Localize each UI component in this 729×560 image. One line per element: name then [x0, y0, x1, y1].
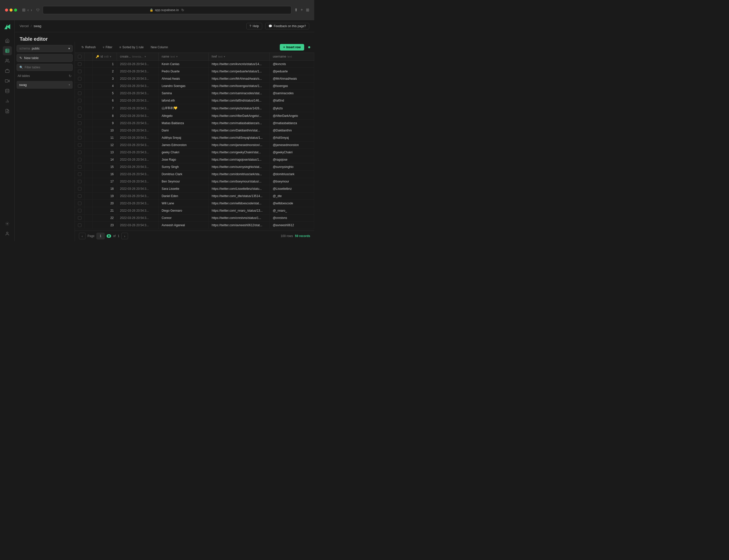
row-checkbox[interactable]	[78, 107, 81, 110]
row-checkbox[interactable]	[78, 99, 81, 102]
sidebar-item-account[interactable]	[3, 229, 12, 238]
row-checkbox[interactable]	[78, 209, 81, 212]
row-checkbox[interactable]	[78, 158, 81, 161]
close-button[interactable]	[5, 9, 8, 12]
app-logo[interactable]	[3, 23, 11, 31]
browser-actions: ⬆ + ⊞	[294, 8, 309, 12]
sort-button[interactable]: ≡ Sorted by 1 rule	[117, 44, 146, 50]
row-checkbox[interactable]	[78, 77, 81, 80]
sidebar-item-storage[interactable]	[3, 66, 12, 75]
back-btn[interactable]: ‹	[27, 8, 29, 12]
row-checkbox[interactable]	[78, 216, 81, 220]
row-checkbox[interactable]	[78, 91, 81, 95]
row-checkbox[interactable]	[78, 121, 81, 125]
col-header-created-at[interactable]: create... timesta... ▾	[117, 53, 159, 61]
row-checkbox[interactable]	[78, 114, 81, 118]
row-checkbox-cell	[75, 178, 85, 185]
col-header-href[interactable]: href text ▾	[208, 53, 269, 61]
prev-page-button[interactable]: ‹	[79, 233, 85, 239]
table-row: 2 2022-03-26 20:54:3... Pedro Duarte htt…	[75, 68, 314, 75]
page-number-input[interactable]	[97, 233, 105, 239]
breadcrumb-project[interactable]: Vercel	[20, 24, 29, 28]
row-checkbox[interactable]	[78, 129, 81, 132]
row-checkbox-cell	[75, 193, 85, 200]
row-created-at: 2022-03-26 20:54:3...	[117, 127, 159, 134]
minimize-button[interactable]	[10, 9, 13, 12]
row-created-at: 2022-03-26 20:54:3...	[117, 207, 159, 214]
row-checkbox[interactable]	[78, 187, 81, 191]
help-button[interactable]: ? Help	[246, 23, 262, 29]
row-created-at: 2022-03-26 20:54:3...	[117, 134, 159, 142]
sidebar-item-database[interactable]	[3, 86, 12, 96]
filter-button[interactable]: ▿ Filter	[100, 44, 115, 50]
sidebar-item-logs[interactable]	[3, 107, 12, 116]
row-checkbox[interactable]	[78, 143, 81, 147]
top-bar: Vercel / swag ? Help 💬 Feedback on this …	[15, 20, 314, 32]
new-tab-icon[interactable]: +	[301, 8, 303, 12]
sidebar-item-functions[interactable]	[3, 76, 12, 85]
row-name: Pedro Duarte	[159, 68, 209, 75]
sidebar-item-auth[interactable]	[3, 56, 12, 65]
sidebar-item-table-editor[interactable]	[3, 46, 12, 55]
row-checkbox-cell	[75, 222, 85, 229]
row-name: Ben Seymour	[159, 178, 209, 185]
filter-tables-container: 🔍	[17, 64, 73, 71]
schema-label: schema	[19, 47, 30, 50]
refresh-button[interactable]: ↻ Refresh	[79, 44, 98, 50]
row-checkbox[interactable]	[78, 84, 81, 88]
table-item-swag[interactable]: swag ▾	[17, 81, 73, 89]
sidebar-item-settings[interactable]	[3, 219, 12, 228]
row-href: https://twitter.com/_dte/status/13514...	[208, 193, 269, 200]
insert-row-button[interactable]: + Insert row	[280, 44, 304, 51]
next-page-button[interactable]: ›	[121, 233, 128, 239]
traffic-lights	[5, 9, 17, 12]
row-checkbox[interactable]	[78, 70, 81, 73]
share-icon[interactable]: ⬆	[294, 8, 298, 12]
row-expand-cell	[85, 68, 93, 75]
row-checkbox[interactable]	[78, 136, 81, 139]
row-name: lafond.eth	[159, 97, 209, 104]
row-checkbox[interactable]	[78, 151, 81, 154]
sidebar-item-analytics[interactable]	[3, 97, 12, 106]
row-created-at: 2022-03-26 20:54:3...	[117, 90, 159, 97]
row-checkbox[interactable]	[78, 180, 81, 183]
row-checkbox[interactable]	[78, 172, 81, 176]
row-username: @kvncnls	[270, 61, 314, 68]
row-expand-cell	[85, 185, 93, 193]
row-created-at: 2022-03-26 20:54:3...	[117, 193, 159, 200]
row-href: https://twitter.com/ykzts/status/1426...	[208, 104, 269, 112]
extensions-icon[interactable]: ⊞	[306, 8, 309, 12]
col-header-id[interactable]: 🔑 id int8 ▾	[93, 53, 117, 61]
row-checkbox[interactable]	[78, 194, 81, 198]
row-checkbox[interactable]	[78, 202, 81, 205]
row-id: 23	[93, 222, 117, 229]
row-username: @sunnysinghio	[270, 163, 314, 171]
feedback-button[interactable]: 💬 Feedback on this page?	[265, 23, 309, 29]
filter-tables-input[interactable]	[25, 66, 70, 69]
sidebar-item-home[interactable]	[3, 36, 12, 45]
row-checkbox[interactable]	[78, 165, 81, 169]
row-checkbox[interactable]	[78, 62, 81, 66]
row-checkbox[interactable]	[78, 223, 81, 227]
sidebar-toggle-btn[interactable]: ⊞	[22, 8, 25, 12]
new-column-button[interactable]: New Column	[148, 44, 170, 50]
maximize-button[interactable]	[14, 9, 17, 12]
schema-selector[interactable]: schema public ▾	[17, 45, 73, 52]
address-bar[interactable]: 🔒 app.supabase.io ↻	[43, 6, 291, 14]
top-bar-actions: ? Help 💬 Feedback on this page?	[246, 23, 309, 29]
row-id: 15	[93, 163, 117, 171]
row-id: 18	[93, 185, 117, 193]
select-all-checkbox[interactable]	[78, 55, 81, 58]
svg-point-15	[7, 232, 8, 234]
forward-btn[interactable]: ›	[31, 8, 32, 12]
row-expand-cell	[85, 214, 93, 222]
refresh-tables-icon[interactable]: ↻	[69, 74, 72, 78]
col-header-name[interactable]: name text ▾	[159, 53, 209, 61]
row-created-at: 2022-03-26 20:54:3...	[117, 163, 159, 171]
row-username: @matiasbaldanza	[270, 120, 314, 127]
new-table-button[interactable]: ✎ New table	[17, 54, 73, 62]
table-row: 4 2022-03-26 20:54:3... Leandro Soengas …	[75, 82, 314, 90]
col-header-username[interactable]: username text	[270, 53, 314, 61]
page-badge: 8	[107, 234, 111, 238]
row-created-at: 2022-03-26 20:54:3...	[117, 171, 159, 178]
